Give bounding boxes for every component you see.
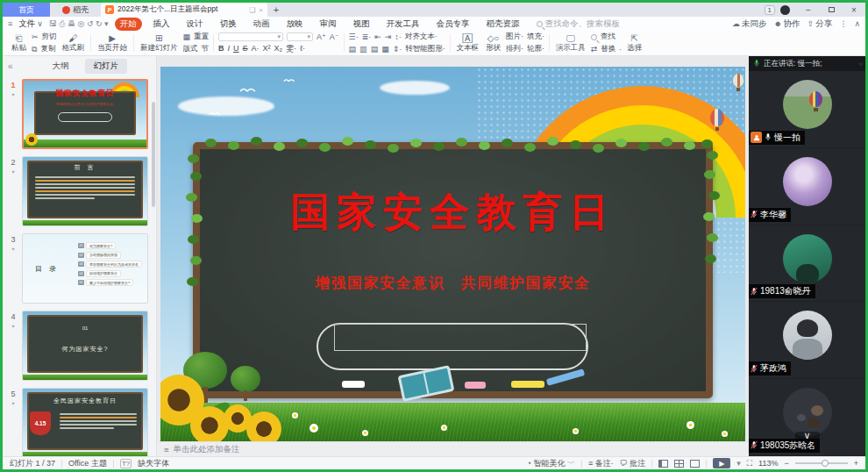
cut-button[interactable]: ✂剪切 (32, 32, 57, 42)
collapse-panel-icon[interactable]: « (8, 61, 13, 71)
menu-slideshow[interactable]: 放映 (281, 18, 309, 31)
numbered-list-icon[interactable]: ≣· (362, 32, 372, 41)
notes-bar[interactable]: ≡ 单击此处添加备注 (157, 441, 749, 456)
layout-button[interactable]: 版式 (183, 44, 198, 54)
strikethrough-button[interactable]: S (243, 44, 248, 53)
smart-beautify-button[interactable]: ◔ 智能美化 ﹀ (527, 458, 575, 469)
outline-tab[interactable]: 大纲 (44, 59, 78, 74)
slide-thumbnail-3[interactable]: 3✦ 目 录 01何为国家安全? 02当前国际国内形势 03危害国家安全的行为及… (3, 230, 156, 307)
italic-button[interactable]: I (228, 44, 231, 53)
notes-placeholder[interactable]: 单击此处添加备注 (174, 444, 240, 455)
sync-status[interactable]: ☁未同步 (732, 18, 767, 30)
share-button[interactable]: ⇧分享 (808, 18, 833, 30)
zoom-in-button[interactable]: + (854, 459, 858, 468)
find-button[interactable]: 查找 (591, 32, 622, 42)
grow-font-icon[interactable]: A⁺ (317, 32, 326, 41)
missing-font-label[interactable]: 缺失字体 (138, 458, 169, 469)
align-right-icon[interactable]: ▤ (371, 45, 379, 54)
select-button[interactable]: ⇱选择 (625, 33, 644, 52)
menu-docer-res[interactable]: 稻壳资源 (481, 18, 525, 31)
presentation-tools-button[interactable]: 🖵演示工具 (554, 33, 587, 52)
close-button[interactable]: × (843, 3, 865, 17)
menu-transition[interactable]: 切换 (215, 18, 242, 31)
menu-home[interactable]: 开始 (115, 18, 142, 31)
message-count-badge[interactable]: 1 (765, 5, 775, 15)
collapse-ribbon-icon[interactable]: ∧ (854, 19, 860, 28)
justify-icon[interactable]: ▦ (381, 45, 389, 54)
align-center-icon[interactable]: ▥ (359, 45, 367, 54)
slide-thumbnail-1[interactable]: 1✦ 国家安全教育日 增强国家安全意识 共同维护国家安全 (3, 75, 156, 153)
more-options-icon[interactable]: ⋮ (839, 19, 847, 28)
font-name-select[interactable]: ▾ (218, 32, 283, 41)
panel-scrollbar[interactable] (152, 102, 155, 207)
shrink-font-icon[interactable]: A⁻ (330, 32, 339, 41)
shapes-button[interactable]: ◇○形状 (484, 33, 502, 52)
menu-review[interactable]: 审阅 (315, 18, 342, 31)
menu-insert[interactable]: 插入 (148, 18, 175, 31)
menu-animation[interactable]: 动画 (248, 18, 275, 31)
copy-button[interactable]: ⧉复制 (32, 44, 57, 54)
normal-view-icon[interactable] (658, 460, 668, 468)
reading-view-icon[interactable] (690, 460, 700, 468)
text-direction-icon[interactable]: ↕· (395, 32, 402, 41)
play-from-current-button[interactable]: ▶当页开始 (96, 33, 129, 52)
underline-button[interactable]: U (233, 44, 239, 53)
comments-button[interactable]: 🗩 批注 (620, 458, 646, 469)
picture-button[interactable]: 图片· (506, 32, 523, 42)
participant-tile[interactable]: ∨ 198035苏晗名 (749, 379, 865, 455)
line-spacing-icon[interactable]: ⇕· (393, 45, 402, 54)
outline-button[interactable]: 轮廓· (527, 44, 544, 54)
fill-button[interactable]: 填充· (527, 32, 544, 42)
slide-sorter-view-icon[interactable] (674, 460, 684, 468)
maximize-button[interactable] (820, 3, 843, 17)
zoom-level[interactable]: 113% (758, 459, 778, 468)
font-color-button[interactable]: A· (252, 44, 260, 53)
menu-member[interactable]: 会员专享 (431, 18, 475, 31)
section-button[interactable]: 节 (202, 44, 210, 54)
arrange-button[interactable]: 排列· (506, 44, 523, 54)
participant-tile[interactable]: 19813俞晓丹 (749, 225, 865, 302)
command-search-box[interactable]: 查找命令、搜索模板 (537, 18, 621, 30)
comment-bubble-icon[interactable]: ❏ (249, 6, 255, 14)
to-smart-graphic-button[interactable]: 转智能图形· (405, 44, 445, 54)
slide-editing-area[interactable]: 国家安全教育日 增强国家安全意识 共同维护国家安全 (160, 67, 745, 441)
file-menu[interactable]: 文件∨ (18, 18, 43, 30)
align-text-button[interactable]: 对齐文本· (405, 32, 438, 42)
subscript-button[interactable]: X₂ (274, 44, 283, 53)
minimize-button[interactable]: − (797, 3, 820, 17)
slideshow-play-button[interactable]: ▶ (713, 458, 730, 468)
reset-button[interactable]: ▦重置 (183, 32, 210, 42)
theme-name[interactable]: Office 主题 (68, 458, 107, 469)
phonetic-guide-button[interactable]: 雯· (286, 43, 296, 54)
collaborate-button[interactable]: ☻协作 (773, 18, 800, 30)
slide-thumbnail-4[interactable]: 4✦ 01 何为国家安全? (3, 307, 156, 384)
hamburger-icon[interactable]: ≡ (8, 19, 12, 28)
slides-tab[interactable]: 幻灯片 (85, 59, 128, 74)
zoom-out-button[interactable]: − (784, 459, 788, 468)
highlight-button[interactable]: ℓ· (300, 44, 305, 53)
menu-design[interactable]: 设计 (181, 18, 209, 31)
participant-tile[interactable]: 慢一拍 (749, 71, 865, 147)
text-box-button[interactable]: 🄰文本框 (455, 33, 481, 52)
close-tab-icon[interactable]: × (259, 6, 263, 14)
format-painter-button[interactable]: 🖌格式刷 (60, 33, 87, 52)
replace-button[interactable]: ⇄替换· (591, 44, 622, 54)
menu-view[interactable]: 视图 (348, 18, 375, 31)
notes-toggle-button[interactable]: ≡ 备注· (588, 458, 614, 469)
font-size-select[interactable]: ▾ (287, 32, 313, 41)
slide-title-text[interactable]: 国家安全教育日 (200, 186, 707, 239)
paste-button[interactable]: ⎗粘贴 (10, 33, 28, 52)
tab-document[interactable]: P 2022年第七个...日主题班会ppt ❏ × (101, 3, 267, 17)
tab-home[interactable]: 首页 (3, 3, 50, 17)
slide-canvas[interactable]: 国家安全教育日 增强国家安全意识 共同维护国家安全 (157, 56, 749, 441)
account-avatar[interactable] (780, 5, 790, 15)
new-tab-button[interactable]: + (267, 3, 285, 17)
decrease-indent-icon[interactable]: ⇤ (374, 32, 381, 41)
tab-docer[interactable]: 稻壳 (50, 3, 101, 17)
slide-thumbnail-2[interactable]: 2✦ 前 言 (3, 153, 156, 230)
slide-thumbnail-5[interactable]: 5✦ 全民国家安全教育日 4.15 (3, 384, 156, 456)
participant-tile[interactable]: 茅政鸿 (749, 302, 865, 378)
slide-subtitle-text[interactable]: 增强国家安全意识 共同维护国家安全 (200, 274, 707, 293)
participant-tile[interactable]: 李华馨 (749, 148, 865, 225)
zoom-slider[interactable] (795, 462, 848, 464)
